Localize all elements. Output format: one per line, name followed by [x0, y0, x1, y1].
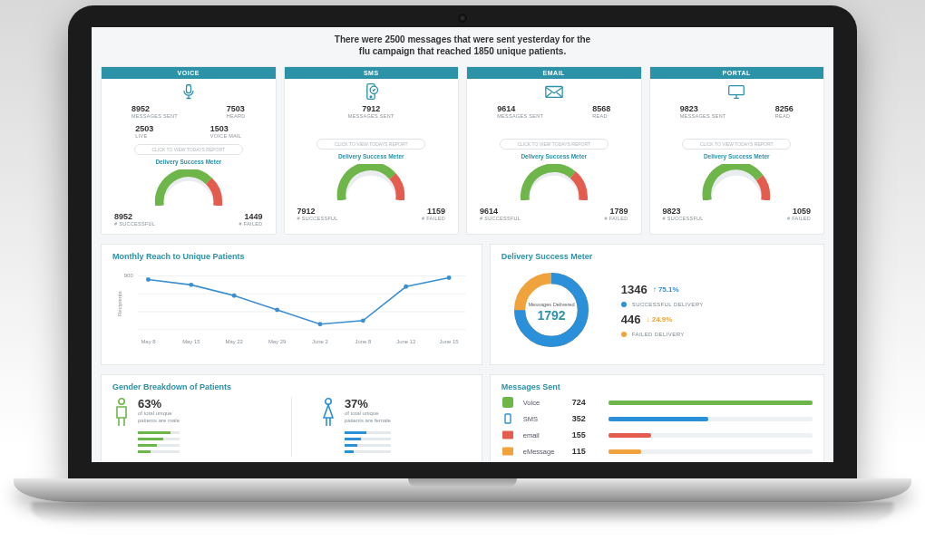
voice-square-icon	[501, 397, 514, 408]
sms-phone-icon	[285, 79, 459, 102]
svg-text:Recipients: Recipients	[117, 291, 122, 316]
voice-vmail-num: 1503	[210, 124, 241, 133]
svg-text:May 8: May 8	[141, 340, 156, 345]
voice-live-num: 2503	[135, 124, 153, 133]
svg-rect-34	[502, 397, 513, 408]
monthly-reach-title: Monthly Reach to Unique Patients	[112, 252, 471, 261]
female-icon	[319, 397, 337, 428]
envelope-icon	[467, 79, 641, 102]
msgsent-email: email 155	[501, 430, 813, 440]
portal-gauge	[650, 162, 824, 203]
gender-female: 37% of total unique patients are female	[319, 397, 471, 457]
emessage-square-icon	[501, 446, 514, 457]
monitor-icon	[650, 79, 824, 102]
dot-icon	[621, 332, 627, 337]
msgsent-sms: SMS 352	[501, 413, 813, 424]
svg-rect-0	[186, 85, 190, 93]
sms-report-link[interactable]: CLICK TO VIEW TODAYS REPORT	[316, 139, 425, 150]
laptop-base	[14, 478, 911, 502]
voice-report-link[interactable]: CLICK TO VIEW TODAYS REPORT	[134, 144, 243, 155]
failed-count: 446	[621, 313, 641, 326]
svg-point-12	[146, 277, 151, 282]
msgsent-emessage: eMessage 115	[501, 446, 813, 457]
donut-legend: 1346 ↑ 75.1% SUCCESSFUL DELIVERY 446 ↓ 2…	[621, 277, 704, 343]
email-sent-num: 9614	[497, 104, 543, 113]
failed-pct: ↓ 24.9%	[646, 315, 672, 323]
svg-text:June 15: June 15	[440, 340, 460, 345]
microphone-icon	[102, 79, 276, 102]
voice-heard-num: 7503	[227, 104, 246, 113]
page-headline: There were 2500 messages that were sent …	[92, 27, 833, 66]
successful-count: 1346	[621, 283, 648, 296]
svg-point-16	[317, 322, 322, 326]
svg-point-14	[232, 294, 237, 298]
laptop-frame: There were 2500 messages that were sent …	[68, 5, 857, 556]
dashboard: There were 2500 messages that were sent …	[92, 27, 833, 462]
portal-sent-num: 9823	[680, 104, 726, 113]
card-portal[interactable]: PORTAL 9823MESSAGES SENT 8256READ CLICK …	[649, 66, 825, 235]
panel-gender: Gender Breakdown of Patients 63% of tota…	[101, 374, 482, 462]
sms-gauge	[285, 162, 459, 203]
card-voice[interactable]: VOICE 8952MESSAGES SENT 7503HEARD 2503LI…	[101, 66, 277, 235]
card-email-title: EMAIL	[467, 67, 641, 79]
panel-messages-sent: Messages Sent Voice 724 SMS 352	[490, 374, 824, 462]
voice-gauge	[102, 168, 276, 208]
svg-text:May 29: May 29	[268, 340, 286, 345]
svg-point-19	[447, 275, 452, 280]
line-chart: Recipients 900 May 8May 15	[112, 266, 471, 353]
svg-point-15	[275, 308, 279, 313]
svg-text:May 22: May 22	[226, 340, 243, 345]
laptop-reflection	[32, 502, 893, 524]
card-sms-title: SMS	[285, 67, 459, 79]
svg-text:June 2: June 2	[312, 340, 328, 345]
messages-sent-title: Messages Sent	[501, 382, 813, 391]
gender-male: 63% of total unique patients are male	[112, 397, 264, 457]
svg-rect-36	[502, 431, 513, 439]
svg-point-17	[361, 318, 365, 323]
svg-text:900: 900	[124, 273, 134, 278]
dot-icon	[621, 302, 627, 307]
svg-point-18	[404, 285, 408, 289]
svg-point-13	[189, 283, 193, 287]
email-gauge	[467, 162, 641, 203]
email-square-icon	[501, 430, 514, 440]
svg-point-32	[119, 399, 124, 404]
svg-text:May 15: May 15	[182, 340, 200, 345]
panel-monthly-reach: Monthly Reach to Unique Patients Recipie…	[101, 244, 482, 365]
sms-square-icon	[501, 413, 514, 424]
delivery-success-title: Delivery Success Meter	[501, 252, 813, 261]
svg-text:1792: 1792	[537, 308, 565, 323]
email-report-link[interactable]: CLICK TO VIEW TODAYS REPORT	[500, 139, 609, 150]
svg-text:Messages Delivered: Messages Delivered	[528, 302, 574, 307]
channel-cards-row: VOICE 8952MESSAGES SENT 7503HEARD 2503LI…	[92, 66, 833, 235]
portal-read-num: 8256	[775, 104, 794, 113]
card-portal-title: PORTAL	[650, 67, 824, 79]
email-read-num: 8568	[592, 104, 610, 113]
card-voice-title: VOICE	[102, 67, 276, 79]
svg-text:June 12: June 12	[396, 340, 415, 345]
headline-line-1: There were 2500 messages that were sent …	[92, 34, 833, 46]
headline-line-2: flu campaign that reached 1850 unique pa…	[92, 46, 833, 58]
successful-pct: ↑ 75.1%	[653, 285, 679, 294]
gender-title: Gender Breakdown of Patients	[112, 382, 471, 391]
svg-rect-37	[502, 448, 513, 456]
panel-delivery-success: Delivery Success Meter Messages Delivere…	[490, 244, 824, 365]
sms-sent-num: 7912	[348, 104, 394, 113]
portal-report-link[interactable]: CLICK TO VIEW TODAYS REPORT	[682, 139, 791, 150]
msgsent-voice: Voice 724	[501, 397, 813, 408]
laptop-camera	[460, 15, 465, 21]
card-sms[interactable]: SMS 7912MESSAGES SENT CLICK TO VIEW TODA…	[284, 66, 460, 235]
laptop-bezel: There were 2500 messages that were sent …	[68, 5, 857, 478]
card-email[interactable]: EMAIL 9614MESSAGES SENT 8568READ CLICK T…	[466, 66, 642, 235]
donut-chart: Messages Delivered 1792	[501, 266, 601, 353]
voice-dsm-label: Delivery Success Meter	[102, 157, 276, 168]
voice-sent-num: 8952	[131, 104, 178, 113]
svg-rect-35	[505, 414, 511, 423]
svg-rect-5	[729, 86, 745, 95]
male-icon	[112, 397, 131, 428]
svg-text:June 8: June 8	[355, 340, 371, 345]
svg-point-2	[370, 96, 372, 98]
